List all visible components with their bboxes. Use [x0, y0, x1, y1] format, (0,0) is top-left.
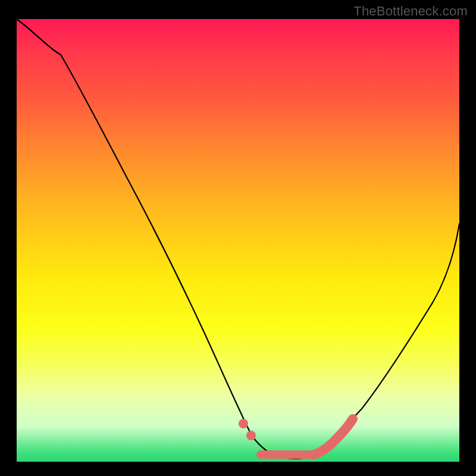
- curve-svg: [17, 19, 459, 462]
- chart-frame: TheBottleneck.com: [0, 0, 476, 476]
- highlight-dot-left-upper: [239, 419, 248, 428]
- highlight-dot-left-lower: [246, 431, 256, 440]
- plot-area: [17, 19, 459, 462]
- highlight-right-arm: [314, 419, 353, 455]
- bottleneck-curve: [17, 19, 459, 459]
- watermark-text: TheBottleneck.com: [353, 4, 468, 19]
